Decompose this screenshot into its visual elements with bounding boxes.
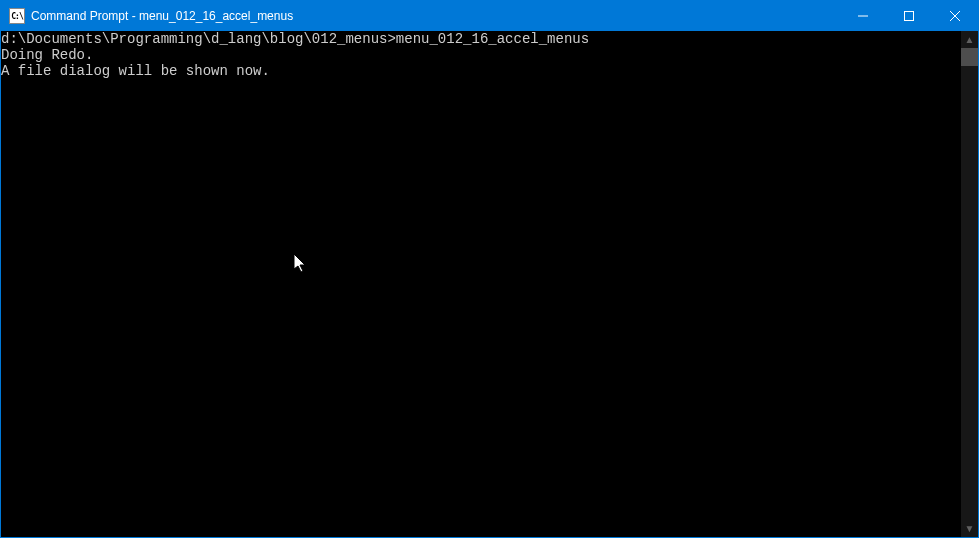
console-area[interactable]: d:\Documents\Programming\d_lang\blog\012… [1,31,978,537]
close-icon [950,11,960,21]
window-controls [840,1,978,31]
scroll-thumb[interactable] [961,48,978,66]
console-line: d:\Documents\Programming\d_lang\blog\012… [1,31,961,47]
scroll-down-arrow-icon[interactable]: ▼ [961,520,978,537]
titlebar[interactable]: C:\ Command Prompt - menu_012_16_accel_m… [1,1,978,31]
minimize-button[interactable] [840,1,886,31]
console-output: d:\Documents\Programming\d_lang\blog\012… [1,31,961,537]
minimize-icon [858,11,868,21]
window-title: Command Prompt - menu_012_16_accel_menus [31,9,840,23]
maximize-button[interactable] [886,1,932,31]
console-line: Doing Redo. [1,47,961,63]
close-button[interactable] [932,1,978,31]
vertical-scrollbar[interactable]: ▲ ▼ [961,31,978,537]
cmd-icon[interactable]: C:\ [9,8,25,24]
svg-rect-1 [905,12,914,21]
scroll-up-arrow-icon[interactable]: ▲ [961,31,978,48]
console-line: A file dialog will be shown now. [1,63,961,79]
maximize-icon [904,11,914,21]
